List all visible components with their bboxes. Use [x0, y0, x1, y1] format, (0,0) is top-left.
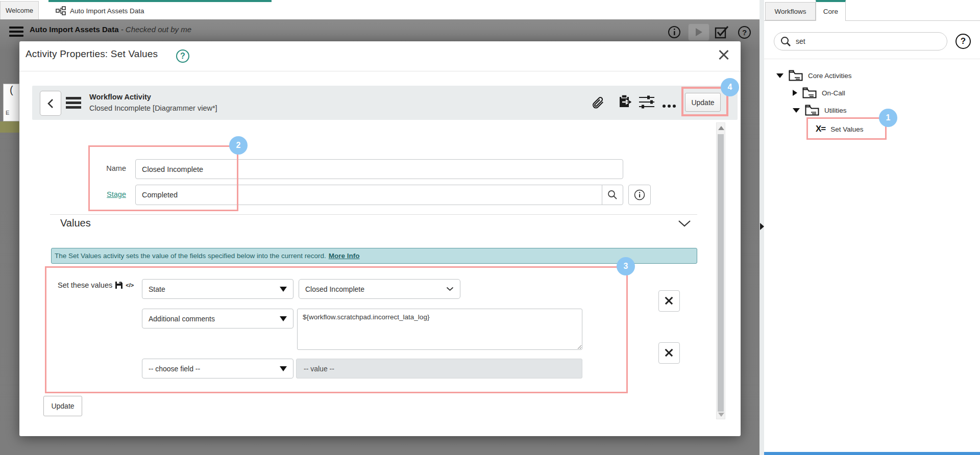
canvas-title: Auto Import Assets Data - Checked out by…	[30, 25, 191, 34]
canvas-checked-out: - Checked out by me	[121, 25, 191, 34]
play-icon	[696, 28, 702, 36]
node-fragment-letter: E	[6, 110, 9, 116]
paperclip-icon[interactable]	[591, 96, 604, 109]
canvas-menu-icon[interactable]	[9, 24, 23, 39]
caret-down-icon[interactable]	[793, 108, 800, 113]
folder-icon	[805, 105, 819, 116]
help-icon[interactable]: ?	[738, 26, 751, 39]
application-window: Welcome Auto Import Assets Data Auto Imp…	[0, 0, 980, 455]
annotation-badge-3: 3	[617, 257, 635, 275]
activity-heading: Workflow Activity Closed Incomplete [Dia…	[89, 91, 217, 114]
remove-row-1-button[interactable]	[658, 290, 680, 312]
scroll-up-icon[interactable]	[718, 126, 724, 130]
annotation-badge-4: 4	[721, 78, 739, 96]
palette-help-icon[interactable]: ?	[955, 34, 971, 49]
tab-workflow-label: Auto Import Assets Data	[70, 7, 144, 15]
workflow-node-fragment-bar	[0, 121, 19, 133]
more-info-link[interactable]: More Info	[329, 252, 360, 260]
activity-properties-modal: Activity Properties: Set Values ? Workfl…	[19, 41, 741, 436]
collapse-chevron-icon[interactable]	[678, 220, 691, 228]
tree-item-on-call[interactable]: On-Call	[793, 86, 845, 100]
name-input[interactable]	[135, 159, 623, 179]
tree-item-core-activities[interactable]: Core Activities	[776, 68, 852, 83]
sidebar-tab-divider	[764, 20, 980, 21]
x-equals-icon: X=	[816, 124, 825, 134]
tree-item-set-values[interactable]: X= Set Values	[816, 122, 864, 136]
close-icon[interactable]	[718, 49, 729, 61]
scrollbar-thumb[interactable]	[718, 134, 724, 412]
activity-menu-icon[interactable]	[66, 95, 81, 111]
caret-down-icon[interactable]	[776, 73, 783, 78]
validate-checkbox-icon[interactable]	[715, 26, 729, 39]
workflow-node-fragment: ( E	[3, 84, 19, 121]
stage-input[interactable]	[135, 185, 602, 205]
annotation-badge-2: 2	[229, 136, 248, 155]
workflow-icon	[56, 6, 66, 15]
window-edge-bar	[764, 452, 980, 455]
back-button[interactable]	[40, 91, 61, 116]
node-fragment-paren: (	[10, 84, 13, 95]
tab-welcome-label: Welcome	[6, 7, 33, 14]
modal-title: Activity Properties: Set Values	[26, 48, 158, 60]
dropdown-arrow-icon	[280, 316, 287, 321]
play-button[interactable]	[688, 23, 709, 41]
folder-icon	[802, 87, 817, 98]
remove-row-2-button[interactable]	[658, 342, 680, 364]
select-chevron-icon	[446, 287, 454, 291]
floppy-icon[interactable]	[115, 281, 123, 289]
sliders-icon[interactable]	[639, 95, 654, 109]
banner-text: The Set Values activity sets the value o…	[55, 252, 326, 260]
top-tab-bar: Welcome Auto Import Assets Data	[0, 0, 760, 19]
code-icon[interactable]: </>	[126, 282, 134, 288]
more-dots-icon[interactable]	[663, 100, 678, 110]
name-label: Name	[70, 164, 126, 172]
back-chevron-icon	[47, 98, 54, 109]
caret-right-icon[interactable]	[793, 90, 797, 96]
folder-icon	[789, 70, 803, 81]
value-textarea-2[interactable]: ${workflow.scratchpad.incorrect_lata_log…	[297, 309, 582, 350]
stage-lookup-button[interactable]	[602, 185, 623, 205]
values-section-title: Values	[60, 217, 91, 229]
svg-text:?: ?	[742, 28, 747, 37]
modal-scrollbar[interactable]	[716, 122, 725, 419]
set-values-info-banner: The Set Values activity sets the value o…	[51, 248, 697, 264]
field-dropdown-2[interactable]: Additional comments	[142, 309, 293, 328]
splitter-collapse-icon[interactable]	[760, 223, 764, 230]
sidebar-divider	[764, 59, 980, 59]
value-select-1[interactable]: Closed Incomplete	[299, 279, 460, 299]
field-dropdown-1[interactable]: State	[142, 279, 293, 299]
search-icon	[607, 190, 618, 200]
canvas-title-text: Auto Import Assets Data	[30, 25, 118, 34]
search-icon	[780, 36, 791, 46]
activity-type-label: Workflow Activity	[89, 91, 217, 103]
field-dropdown-3[interactable]: -- choose field --	[142, 359, 293, 378]
activity-name-label: Closed Incomplete [Diagrammer view*]	[89, 103, 217, 114]
dropdown-arrow-icon	[280, 287, 287, 292]
palette-search[interactable]	[774, 32, 947, 50]
modal-title-divider	[19, 71, 741, 71]
dropdown-arrow-icon	[280, 366, 287, 371]
annotation-badge-1: 1	[879, 109, 897, 127]
scroll-down-icon[interactable]	[718, 413, 724, 417]
set-these-values-label: Set these values </>	[58, 281, 134, 289]
tree-item-utilities[interactable]: Utilities	[793, 103, 847, 117]
palette-sidebar: Workflows Core ? Core Activities On-Call…	[764, 0, 980, 455]
tab-workflows[interactable]: Workflows	[765, 2, 816, 20]
modal-help-icon[interactable]: ?	[176, 49, 189, 63]
info-icon	[634, 189, 645, 200]
tab-welcome[interactable]: Welcome	[0, 1, 39, 19]
stage-label[interactable]: Stage	[70, 190, 126, 198]
stage-info-button[interactable]	[628, 185, 651, 205]
value-field-3-disabled: -- value --	[296, 359, 582, 378]
tab-workflow-active[interactable]: Auto Import Assets Data	[48, 0, 272, 19]
tab-core[interactable]: Core	[816, 0, 846, 21]
toolbar-update-button[interactable]: Update	[685, 93, 721, 112]
palette-search-input[interactable]	[795, 37, 929, 46]
section-divider	[50, 214, 697, 215]
update-button[interactable]: Update	[43, 396, 82, 416]
info-icon[interactable]	[668, 26, 681, 39]
clipboard-export-icon[interactable]	[617, 94, 631, 110]
activity-toolbar: Workflow Activity Closed Incomplete [Dia…	[32, 86, 738, 120]
